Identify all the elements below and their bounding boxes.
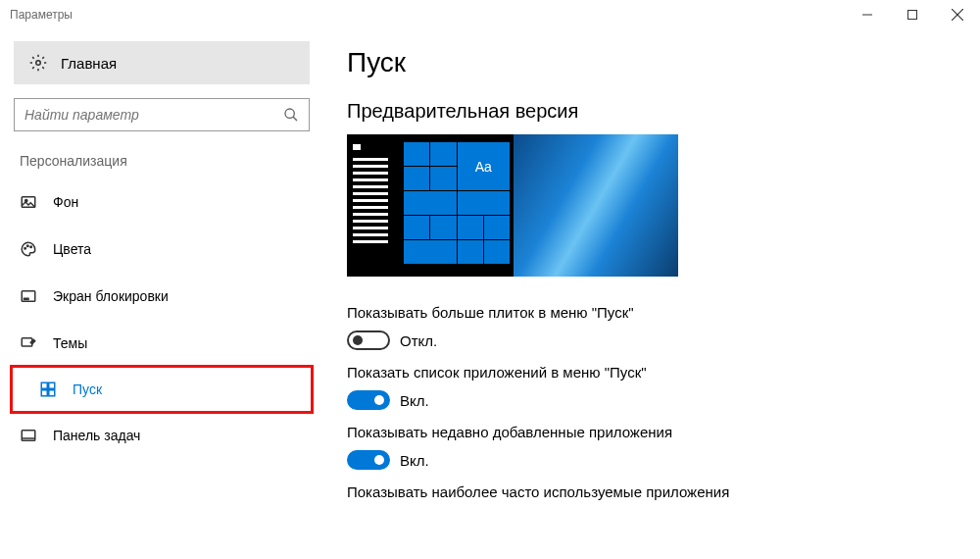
home-button[interactable]: Главная <box>14 41 310 84</box>
svg-rect-18 <box>49 390 55 396</box>
lockscreen-icon <box>20 287 37 305</box>
page-subtitle: Предварительная версия <box>347 100 956 123</box>
sidebar-item-themes[interactable]: Темы <box>0 322 323 365</box>
preview-tile-text: Aa <box>458 142 511 190</box>
setting-app-list: Показать список приложений в меню "Пуск"… <box>347 364 956 410</box>
window-title: Параметры <box>10 8 845 22</box>
minimize-icon <box>862 10 872 20</box>
preview-app-list <box>347 134 400 277</box>
sidebar-item-label: Панель задач <box>53 428 140 443</box>
setting-label: Показывать больше плиток в меню "Пуск" <box>347 304 956 321</box>
setting-label: Показать список приложений в меню "Пуск" <box>347 364 956 381</box>
picture-icon <box>20 193 37 211</box>
setting-label: Показывать недавно добавленные приложени… <box>347 424 956 440</box>
toggle-more-tiles[interactable] <box>347 330 390 350</box>
settings-window: Параметры Главная Персонализация Фон <box>0 0 980 559</box>
search-input[interactable] <box>24 107 283 123</box>
themes-icon <box>20 334 37 352</box>
sidebar-item-label: Пуск <box>73 381 102 397</box>
palette-icon <box>20 240 37 258</box>
toggle-state: Вкл. <box>400 452 429 469</box>
sidebar: Главная Персонализация Фон Цвета Экран б… <box>0 29 323 559</box>
minimize-button[interactable] <box>845 0 890 29</box>
svg-point-9 <box>24 248 26 250</box>
setting-most-used: Показывать наиболее часто используемые п… <box>347 483 956 500</box>
sidebar-item-label: Экран блокировки <box>53 288 169 304</box>
toggle-state: Вкл. <box>400 392 429 409</box>
sidebar-item-label: Темы <box>53 335 87 351</box>
taskbar-icon <box>20 427 37 444</box>
maximize-button[interactable] <box>890 0 935 29</box>
main-panel: Пуск Предварительная версия Aa <box>323 29 980 559</box>
toggle-app-list[interactable] <box>347 390 390 410</box>
gear-icon <box>29 54 47 72</box>
start-icon <box>39 381 57 398</box>
svg-point-11 <box>30 246 32 248</box>
nav-group-title: Персонализация <box>20 153 310 169</box>
annotation-highlight: Пуск <box>10 365 314 414</box>
search-box[interactable] <box>14 98 310 131</box>
svg-rect-15 <box>41 382 47 388</box>
setting-label: Показывать наиболее часто используемые п… <box>347 483 956 500</box>
svg-point-10 <box>27 245 29 247</box>
home-label: Главная <box>61 55 117 72</box>
close-button[interactable] <box>935 0 980 29</box>
sidebar-item-colors[interactable]: Цвета <box>0 228 323 271</box>
preview-desktop <box>514 134 678 277</box>
sidebar-item-background[interactable]: Фон <box>0 180 323 224</box>
preview-start-menu: Aa <box>347 134 514 277</box>
maximize-icon <box>907 10 917 20</box>
svg-line-6 <box>293 117 297 121</box>
svg-rect-16 <box>49 382 55 388</box>
start-preview[interactable]: Aa <box>347 134 678 277</box>
sidebar-item-lockscreen[interactable]: Экран блокировки <box>0 275 323 318</box>
sidebar-item-taskbar[interactable]: Панель задач <box>0 414 323 457</box>
preview-tiles: Aa <box>400 134 514 277</box>
svg-rect-1 <box>908 11 917 20</box>
page-title: Пуск <box>347 47 956 78</box>
svg-point-4 <box>36 61 41 66</box>
svg-rect-13 <box>24 298 29 299</box>
sidebar-item-label: Цвета <box>53 241 91 257</box>
sidebar-item-label: Фон <box>53 194 78 210</box>
content-area: Главная Персонализация Фон Цвета Экран б… <box>0 29 980 559</box>
sidebar-item-start[interactable]: Пуск <box>20 368 311 411</box>
setting-more-tiles: Показывать больше плиток в меню "Пуск" О… <box>347 304 956 350</box>
close-icon <box>952 9 963 21</box>
setting-recently-added: Показывать недавно добавленные приложени… <box>347 424 956 470</box>
toggle-state: Откл. <box>400 332 437 349</box>
svg-rect-17 <box>41 390 47 396</box>
svg-point-5 <box>285 109 294 118</box>
search-icon <box>283 107 299 123</box>
toggle-recently-added[interactable] <box>347 450 390 470</box>
titlebar: Параметры <box>0 0 980 29</box>
